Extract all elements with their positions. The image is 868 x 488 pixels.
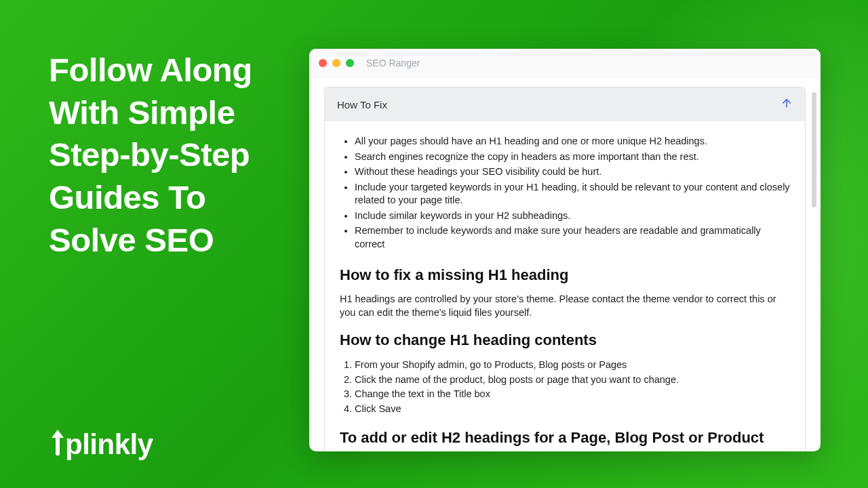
list-item: Remember to include keywords and make su… — [355, 224, 790, 251]
panel-title: How To Fix — [337, 99, 387, 110]
window-titlebar: SEO Ranger — [309, 49, 821, 77]
app-window: SEO Ranger How To Fix All your pages sho… — [309, 49, 821, 451]
list-item: Without these headings your SEO visibili… — [355, 165, 790, 179]
arrow-up-icon[interactable] — [781, 97, 793, 112]
howtofix-panel: How To Fix All your pages should have an… — [324, 87, 806, 451]
panel-content: All your pages should have an H1 heading… — [325, 121, 805, 451]
window-body: How To Fix All your pages should have an… — [309, 77, 821, 451]
section-heading: How to change H1 heading contents — [340, 330, 790, 350]
list-item: Change the text in the Title box — [355, 388, 790, 401]
intro-bullets: All your pages should have an H1 heading… — [340, 135, 790, 251]
traffic-lights — [319, 59, 354, 67]
hero-headline: Follow Along With Simple Step-by-Step Gu… — [49, 49, 293, 262]
list-item: Search engines recognize the copy in hea… — [355, 150, 790, 164]
brand-name: plinkly — [65, 428, 153, 461]
list-item: Click Save — [355, 403, 790, 416]
section-body: H1 headings are controlled by your store… — [340, 293, 790, 319]
maximize-icon[interactable] — [346, 59, 354, 67]
scrollbar-thumb[interactable] — [812, 92, 816, 207]
section-heading: To add or edit H2 headings for a Page, B… — [340, 428, 790, 448]
list-item: Include similar keywords in your H2 subh… — [355, 209, 790, 223]
minimize-icon[interactable] — [332, 59, 340, 67]
brand-logo: plinkly — [49, 427, 153, 461]
list-item: All your pages should have an H1 heading… — [355, 135, 790, 148]
window-title: SEO Ranger — [366, 58, 420, 68]
panel-header[interactable]: How To Fix — [325, 87, 805, 121]
list-item: From your Shopify admin, go to Products,… — [355, 359, 790, 372]
list-item: Click the name of the product, blog post… — [355, 373, 790, 387]
list-item: Include your targeted keywords in your H… — [355, 181, 790, 207]
steps-list: From your Shopify admin, go to Products,… — [340, 359, 790, 415]
close-icon[interactable] — [319, 59, 327, 67]
section-heading: How to fix a missing H1 heading — [340, 265, 790, 285]
brand-arrow-icon — [49, 427, 64, 454]
